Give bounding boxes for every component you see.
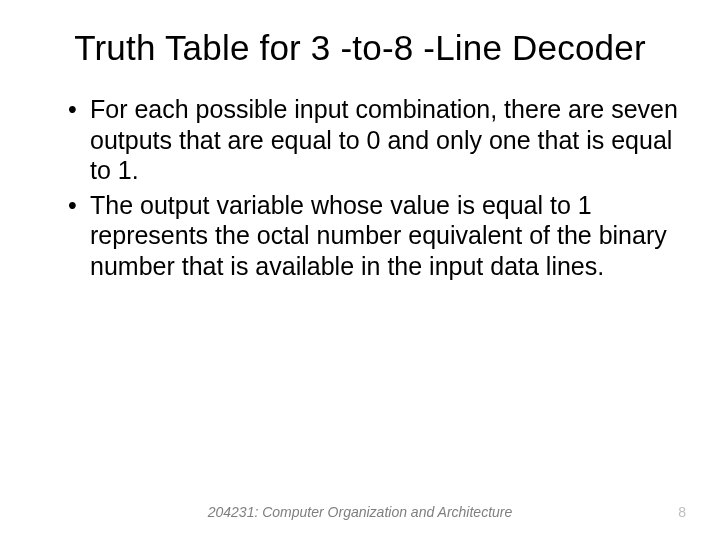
slide: Truth Table for 3 -to-8 -Line Decoder Fo…	[0, 0, 720, 540]
slide-body: For each possible input combination, the…	[38, 94, 682, 281]
bullet-item: For each possible input combination, the…	[68, 94, 682, 186]
footer-course: 204231: Computer Organization and Archit…	[208, 504, 513, 520]
footer-page-number: 8	[678, 504, 686, 520]
slide-title: Truth Table for 3 -to-8 -Line Decoder	[38, 28, 682, 68]
bullet-item: The output variable whose value is equal…	[68, 190, 682, 282]
